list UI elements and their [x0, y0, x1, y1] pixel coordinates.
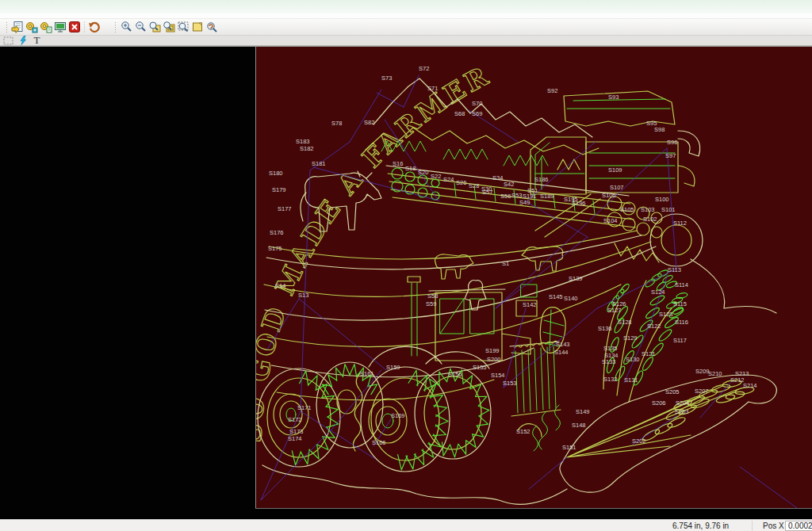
svg-text:S181: S181: [312, 160, 326, 167]
svg-text:S172: S172: [288, 416, 302, 423]
svg-text:S139: S139: [569, 275, 583, 282]
svg-text:S213: S213: [735, 370, 749, 377]
svg-text:S151: S151: [562, 444, 576, 451]
zoom-out-button[interactable]: [133, 20, 147, 34]
svg-text:S186: S186: [534, 176, 549, 183]
svg-text:S18: S18: [405, 165, 416, 172]
zoom-extents-icon: [205, 21, 218, 33]
sheet-view-icon: [54, 21, 67, 33]
svg-text:S153: S153: [503, 380, 517, 387]
zoom-in-button[interactable]: [119, 20, 133, 34]
text-tool-icon: T: [34, 36, 40, 45]
svg-text:S154: S154: [491, 372, 505, 379]
lightning-bolt-icon: [18, 36, 28, 45]
statusbar-divider: [752, 521, 753, 531]
svg-text:S200: S200: [487, 356, 501, 363]
nest-artwork: SO GOD MADE A FARMER: [256, 47, 812, 509]
svg-text:S121: S121: [642, 350, 656, 357]
zoom-page-icon: [191, 21, 204, 33]
svg-text:S179: S179: [272, 186, 286, 193]
delete-part-button[interactable]: [67, 20, 82, 34]
window-gap: [0, 13, 812, 19]
svg-text:S101: S101: [661, 206, 676, 213]
zoom-sheet-icon: [163, 21, 175, 33]
sheet-view-button[interactable]: [53, 20, 67, 34]
paste-part-button[interactable]: [39, 20, 53, 34]
zoom-tool-group: [112, 20, 221, 35]
svg-text:S123: S123: [659, 311, 673, 318]
toolbar-grip[interactable]: [6, 21, 8, 32]
select-rectangle-button[interactable]: [2, 36, 14, 45]
draw-toolbar: T: [0, 36, 812, 46]
svg-text:S56: S56: [500, 193, 511, 200]
zoom-selected-button[interactable]: [176, 20, 190, 34]
svg-text:S96: S96: [667, 139, 677, 146]
svg-text:S1: S1: [502, 260, 509, 267]
svg-text:S113: S113: [668, 266, 681, 273]
zoom-window-button[interactable]: [147, 20, 162, 34]
svg-text:S70: S70: [472, 100, 482, 107]
material-sheet[interactable]: SO GOD MADE A FARMER: [255, 47, 812, 509]
undo-button[interactable]: [87, 20, 102, 34]
menu-strip: [0, 0, 812, 13]
svg-text:S148: S148: [572, 422, 586, 429]
zoom-sheet-button[interactable]: [162, 20, 176, 34]
svg-text:S199: S199: [485, 347, 500, 354]
copy-part-icon: [25, 21, 38, 33]
sequence-labels: S72S71S73S70S69S68S82S78S183S182S181S180…: [268, 65, 757, 451]
svg-text:S82: S82: [364, 119, 374, 126]
drawing-canvas[interactable]: SO GOD MADE A FARMER: [0, 46, 812, 519]
svg-text:S71: S71: [427, 85, 438, 92]
svg-text:S42: S42: [504, 181, 514, 188]
svg-text:S145: S145: [549, 293, 563, 300]
zoom-extents-button[interactable]: [205, 20, 219, 34]
svg-text:S210: S210: [708, 370, 722, 377]
toolbar-grip[interactable]: [114, 21, 117, 32]
svg-text:S171: S171: [297, 404, 312, 411]
svg-text:S205: S205: [665, 388, 680, 395]
svg-text:S106: S106: [602, 192, 616, 199]
svg-text:S155: S155: [473, 364, 487, 371]
svg-text:S122: S122: [647, 323, 661, 330]
svg-text:S130: S130: [626, 356, 640, 363]
svg-text:S142: S142: [523, 301, 537, 308]
svg-text:S175: S175: [268, 245, 282, 252]
zoom-window-icon: [148, 21, 161, 33]
undo-icon: [88, 21, 101, 33]
svg-text:S68: S68: [454, 110, 465, 117]
svg-text:S115: S115: [673, 300, 687, 308]
zoom-page-button[interactable]: [190, 20, 205, 34]
svg-text:S112: S112: [673, 220, 687, 227]
svg-text:S176: S176: [270, 229, 284, 236]
svg-text:S212: S212: [730, 376, 745, 384]
svg-text:S204: S204: [676, 399, 690, 407]
svg-text:S59: S59: [426, 300, 436, 308]
toolbar-separator: [82, 21, 86, 32]
svg-text:S107: S107: [610, 184, 624, 191]
svg-text:S14: S14: [275, 282, 285, 289]
svg-text:S28: S28: [469, 182, 479, 189]
text-tool-button[interactable]: T: [31, 36, 43, 45]
svg-text:S209: S209: [695, 368, 710, 375]
svg-text:S100: S100: [655, 196, 669, 203]
pos-x-value-field[interactable]: 0.0002 in: [785, 521, 812, 531]
svg-text:S131: S131: [624, 376, 638, 384]
import-drawing-icon: [11, 21, 24, 33]
svg-text:S180: S180: [269, 170, 283, 177]
measure-lightning-button[interactable]: [17, 36, 29, 45]
svg-text:S202: S202: [632, 437, 646, 445]
import-drawing-button[interactable]: [10, 20, 25, 34]
svg-text:S149: S149: [576, 408, 590, 415]
svg-text:S166: S166: [372, 439, 386, 446]
select-rectangle-icon: [3, 36, 13, 45]
svg-text:S128: S128: [618, 319, 632, 326]
copy-part-button[interactable]: [25, 20, 39, 34]
svg-text:S203: S203: [675, 408, 689, 415]
svg-text:S182: S182: [300, 145, 314, 152]
svg-text:S161: S161: [360, 370, 374, 377]
svg-text:S169: S169: [391, 412, 405, 419]
svg-text:S73: S73: [381, 74, 392, 82]
main-toolbar: [0, 19, 812, 36]
svg-text:S16: S16: [393, 160, 403, 167]
svg-text:S189: S189: [540, 193, 554, 200]
